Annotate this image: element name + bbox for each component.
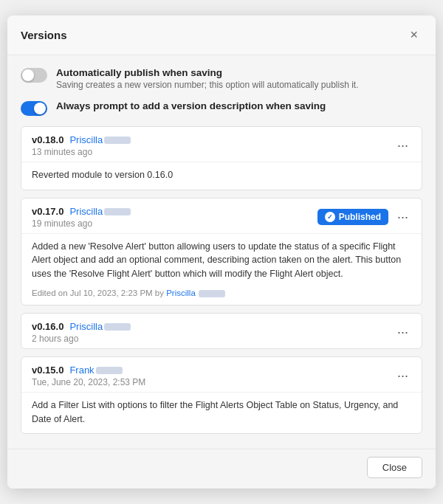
always-prompt-knob [34,103,46,114]
always-prompt-label: Always prompt to add a version descripti… [56,100,326,111]
version-more-button-1[interactable]: ··· [394,209,411,225]
version-card-header-1: v0.17.0 Priscilla 19 minutes ago Publish… [21,199,422,233]
version-meta-top-1: v0.17.0 Priscilla [32,206,131,217]
version-meta-1: v0.17.0 Priscilla 19 minutes ago [32,206,131,229]
version-number-2: v0.16.0 [32,321,63,332]
version-card-header-2: v0.16.0 Priscilla 2 hours ago ··· [21,314,422,348]
version-actions-3: ··· [394,367,411,384]
version-description-1: Added a new 'Resolve Alert' button allow… [21,233,422,289]
version-number-1: v0.17.0 [32,206,63,217]
version-card-header-0: v0.18.0 Priscilla 13 minutes ago ··· [21,127,422,162]
version-more-button-2[interactable]: ··· [394,324,411,340]
version-card-3: v0.15.0 Frank Tue, June 20, 2023, 2:53 P… [21,356,422,435]
version-number-0: v0.18.0 [32,134,63,145]
auto-publish-slider [21,68,47,83]
auto-publish-label-wrap: Automatically publish when saving Saving… [56,67,359,90]
auto-publish-toggle[interactable] [21,68,47,83]
version-card-0: v0.18.0 Priscilla 13 minutes ago ··· Rev… [21,126,422,190]
version-meta-2: v0.16.0 Priscilla 2 hours ago [32,321,131,344]
version-author-1: Priscilla [69,206,131,217]
version-card-1: v0.17.0 Priscilla 19 minutes ago Publish… [21,198,422,305]
auto-publish-description: Saving creates a new version number; thi… [56,80,359,90]
version-more-button-0[interactable]: ··· [394,137,411,153]
version-author-2: Priscilla [69,321,131,332]
auto-publish-knob [22,69,34,81]
version-number-3: v0.15.0 [32,365,63,376]
version-more-button-3[interactable]: ··· [394,367,411,384]
version-meta-3: v0.15.0 Frank Tue, June 20, 2023, 2:53 P… [32,365,145,387]
always-prompt-row: Always prompt to add a version descripti… [21,100,422,116]
version-time-3: Tue, June 20, 2023, 2:53 PM [32,377,145,387]
author-blur-1 [104,208,131,215]
always-prompt-toggle[interactable] [21,101,47,116]
version-description-3: Add a Filter List with options to filter… [21,392,422,434]
author-blur-edited [199,290,225,297]
dialog-close-icon-button[interactable]: × [405,26,422,44]
version-edited-1: Edited on Jul 10, 2023, 2:23 PM by Prisc… [21,289,422,305]
author-blur-2 [104,323,131,331]
published-badge: Published [317,209,388,225]
dialog-body: Automatically publish when saving Saving… [7,55,436,449]
auto-publish-label: Automatically publish when saving [56,67,359,78]
dialog-title: Versions [21,29,67,41]
version-description-0: Reverted module to version 0.16.0 [21,162,422,190]
auto-publish-row: Automatically publish when saving Saving… [21,67,422,90]
versions-dialog: Versions × Automatically publish when sa… [7,15,436,489]
version-card-header-3: v0.15.0 Frank Tue, June 20, 2023, 2:53 P… [21,357,422,392]
version-time-1: 19 minutes ago [32,218,131,229]
version-card-2: v0.16.0 Priscilla 2 hours ago ··· [21,313,422,349]
version-edited-author-link[interactable]: Priscilla [166,289,196,297]
version-author-0: Priscilla [69,134,131,145]
close-button[interactable]: Close [367,457,422,478]
version-actions-2: ··· [394,324,411,340]
version-meta-top-3: v0.15.0 Frank [32,365,145,376]
versions-list: v0.18.0 Priscilla 13 minutes ago ··· Rev… [21,126,422,443]
dialog-header: Versions × [7,15,436,55]
always-prompt-label-wrap: Always prompt to add a version descripti… [56,100,326,111]
version-actions-0: ··· [394,137,411,153]
version-meta-top-0: v0.18.0 Priscilla [32,134,131,145]
published-check-icon [325,212,335,222]
version-meta-top-2: v0.16.0 Priscilla [32,321,131,332]
version-actions-1: Published ··· [317,209,411,225]
author-blur-0 [104,137,131,144]
dialog-footer: Close [7,449,436,489]
version-meta-0: v0.18.0 Priscilla 13 minutes ago [32,134,131,157]
always-prompt-slider [21,101,47,116]
published-label: Published [339,212,381,222]
version-author-3: Frank [69,365,122,376]
version-time-2: 2 hours ago [32,334,131,344]
author-blur-3 [96,367,123,374]
version-time-0: 13 minutes ago [32,147,131,157]
